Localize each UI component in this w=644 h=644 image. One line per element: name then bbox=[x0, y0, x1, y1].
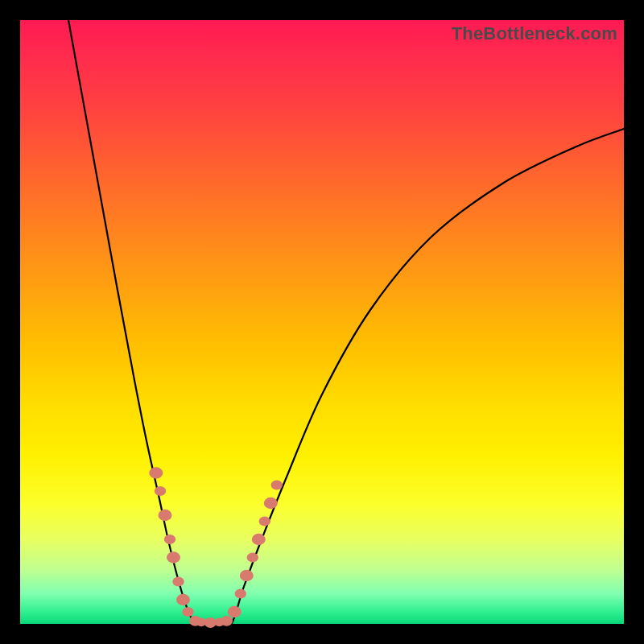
data-dot bbox=[164, 535, 175, 544]
data-dot bbox=[167, 551, 180, 563]
data-dot bbox=[271, 480, 283, 489]
data-dot bbox=[228, 606, 242, 617]
data-dot bbox=[149, 467, 163, 478]
data-dot bbox=[252, 534, 266, 545]
plot-area: TheBottleneck.com bbox=[20, 20, 624, 624]
v-curve bbox=[68, 20, 624, 626]
data-dot bbox=[221, 616, 233, 626]
data-dot bbox=[235, 588, 246, 598]
data-dot bbox=[247, 552, 258, 562]
data-dot bbox=[259, 516, 270, 526]
data-dot bbox=[155, 486, 166, 496]
data-dot bbox=[264, 497, 278, 509]
data-dot bbox=[176, 594, 190, 605]
data-dot bbox=[240, 570, 254, 581]
data-dot bbox=[159, 510, 172, 521]
chart-frame: TheBottleneck.com bbox=[0, 0, 644, 644]
bottleneck-curve bbox=[20, 20, 624, 624]
data-dot bbox=[172, 576, 184, 586]
data-dot bbox=[182, 607, 193, 617]
